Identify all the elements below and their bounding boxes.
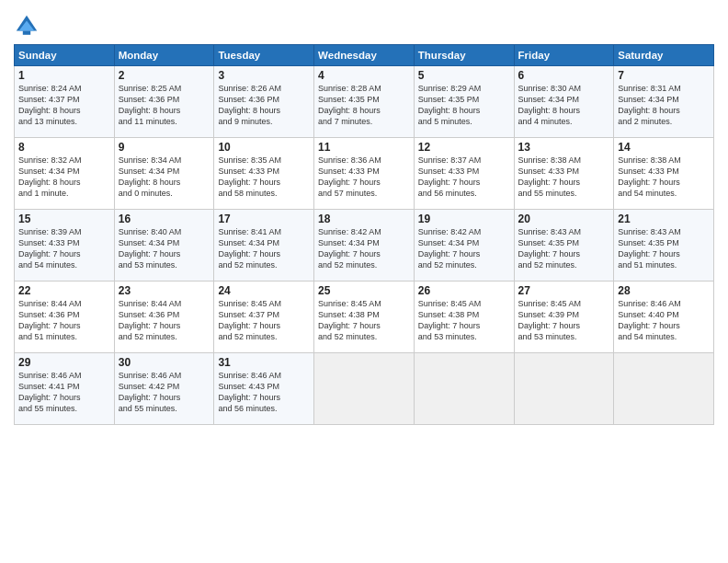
cell-info: Sunrise: 8:41 AMSunset: 4:34 PMDaylight:… (218, 226, 310, 271)
calendar-cell: 27Sunrise: 8:45 AMSunset: 4:39 PMDayligh… (514, 282, 614, 353)
day-number: 27 (518, 284, 610, 297)
column-header-wednesday: Wednesday (314, 45, 415, 66)
cell-info: Sunrise: 8:38 AMSunset: 4:33 PMDaylight:… (518, 155, 610, 200)
cell-info: Sunrise: 8:42 AMSunset: 4:34 PMDaylight:… (318, 226, 410, 271)
cell-info: Sunrise: 8:32 AMSunset: 4:34 PMDaylight:… (18, 155, 110, 200)
cell-info: Sunrise: 8:45 AMSunset: 4:38 PMDaylight:… (418, 298, 510, 343)
cell-info: Sunrise: 8:40 AMSunset: 4:34 PMDaylight:… (119, 226, 210, 271)
cell-info: Sunrise: 8:25 AMSunset: 4:36 PMDaylight:… (119, 83, 210, 128)
cell-info: Sunrise: 8:30 AMSunset: 4:34 PMDaylight:… (518, 83, 610, 128)
cell-info: Sunrise: 8:45 AMSunset: 4:39 PMDaylight:… (518, 298, 610, 343)
cell-info: Sunrise: 8:29 AMSunset: 4:35 PMDaylight:… (418, 83, 510, 128)
column-header-monday: Monday (114, 45, 214, 66)
calendar-cell: 1Sunrise: 8:24 AMSunset: 4:37 PMDaylight… (15, 66, 115, 138)
calendar-cell (614, 353, 714, 425)
day-number: 22 (18, 284, 110, 297)
week-row-2: 8Sunrise: 8:32 AMSunset: 4:34 PMDaylight… (15, 138, 714, 210)
day-number: 30 (119, 356, 210, 369)
day-number: 13 (518, 141, 610, 154)
calendar-cell: 6Sunrise: 8:30 AMSunset: 4:34 PMDaylight… (514, 66, 614, 138)
day-number: 7 (618, 69, 710, 82)
calendar-cell: 9Sunrise: 8:34 AMSunset: 4:34 PMDaylight… (114, 138, 214, 210)
cell-info: Sunrise: 8:46 AMSunset: 4:42 PMDaylight:… (119, 370, 210, 415)
week-row-3: 15Sunrise: 8:39 AMSunset: 4:33 PMDayligh… (15, 210, 714, 282)
calendar-cell: 28Sunrise: 8:46 AMSunset: 4:40 PMDayligh… (614, 282, 714, 353)
day-number: 5 (418, 69, 510, 82)
day-number: 17 (218, 213, 310, 225)
calendar-cell (514, 353, 614, 425)
cell-info: Sunrise: 8:39 AMSunset: 4:33 PMDaylight:… (18, 226, 110, 271)
cell-info: Sunrise: 8:44 AMSunset: 4:36 PMDaylight:… (119, 298, 210, 343)
day-number: 15 (18, 213, 110, 225)
cell-info: Sunrise: 8:42 AMSunset: 4:34 PMDaylight:… (418, 226, 510, 271)
week-row-1: 1Sunrise: 8:24 AMSunset: 4:37 PMDaylight… (15, 66, 714, 138)
cell-info: Sunrise: 8:46 AMSunset: 4:40 PMDaylight:… (618, 298, 710, 343)
day-number: 24 (218, 284, 310, 297)
day-number: 4 (318, 69, 410, 82)
calendar-cell: 8Sunrise: 8:32 AMSunset: 4:34 PMDaylight… (15, 138, 115, 210)
cell-info: Sunrise: 8:43 AMSunset: 4:35 PMDaylight:… (518, 226, 610, 271)
calendar-cell: 11Sunrise: 8:36 AMSunset: 4:33 PMDayligh… (314, 138, 415, 210)
calendar-cell: 4Sunrise: 8:28 AMSunset: 4:35 PMDaylight… (314, 66, 415, 138)
day-number: 18 (318, 213, 410, 225)
calendar-cell: 14Sunrise: 8:38 AMSunset: 4:33 PMDayligh… (614, 138, 714, 210)
header (14, 9, 714, 39)
column-header-saturday: Saturday (614, 45, 714, 66)
cell-info: Sunrise: 8:28 AMSunset: 4:35 PMDaylight:… (318, 83, 410, 128)
column-header-tuesday: Tuesday (214, 45, 314, 66)
calendar-cell: 30Sunrise: 8:46 AMSunset: 4:42 PMDayligh… (114, 353, 214, 425)
calendar-cell: 3Sunrise: 8:26 AMSunset: 4:36 PMDaylight… (214, 66, 314, 138)
day-number: 20 (518, 213, 610, 225)
calendar-cell: 18Sunrise: 8:42 AMSunset: 4:34 PMDayligh… (314, 210, 415, 282)
calendar-cell: 17Sunrise: 8:41 AMSunset: 4:34 PMDayligh… (214, 210, 314, 282)
week-row-4: 22Sunrise: 8:44 AMSunset: 4:36 PMDayligh… (15, 282, 714, 353)
day-number: 10 (218, 141, 310, 154)
day-number: 6 (518, 69, 610, 82)
calendar-cell: 21Sunrise: 8:43 AMSunset: 4:35 PMDayligh… (614, 210, 714, 282)
day-number: 3 (218, 69, 310, 82)
calendar-cell (414, 353, 514, 425)
cell-info: Sunrise: 8:26 AMSunset: 4:36 PMDaylight:… (218, 83, 310, 128)
day-number: 16 (119, 213, 210, 225)
cell-info: Sunrise: 8:45 AMSunset: 4:37 PMDaylight:… (218, 298, 310, 343)
calendar-cell: 23Sunrise: 8:44 AMSunset: 4:36 PMDayligh… (114, 282, 214, 353)
cell-info: Sunrise: 8:38 AMSunset: 4:33 PMDaylight:… (618, 155, 710, 200)
column-header-friday: Friday (514, 45, 614, 66)
calendar-cell: 20Sunrise: 8:43 AMSunset: 4:35 PMDayligh… (514, 210, 614, 282)
calendar-cell: 16Sunrise: 8:40 AMSunset: 4:34 PMDayligh… (114, 210, 214, 282)
week-row-5: 29Sunrise: 8:46 AMSunset: 4:41 PMDayligh… (15, 353, 714, 425)
calendar-table: SundayMondayTuesdayWednesdayThursdayFrid… (14, 44, 714, 425)
calendar-header-row: SundayMondayTuesdayWednesdayThursdayFrid… (15, 45, 714, 66)
calendar-cell: 24Sunrise: 8:45 AMSunset: 4:37 PMDayligh… (214, 282, 314, 353)
column-header-thursday: Thursday (414, 45, 514, 66)
calendar-body: 1Sunrise: 8:24 AMSunset: 4:37 PMDaylight… (15, 66, 714, 425)
day-number: 11 (318, 141, 410, 154)
cell-info: Sunrise: 8:36 AMSunset: 4:33 PMDaylight:… (318, 155, 410, 200)
day-number: 2 (119, 69, 210, 82)
day-number: 12 (418, 141, 510, 154)
logo-icon (14, 13, 40, 39)
calendar-cell: 12Sunrise: 8:37 AMSunset: 4:33 PMDayligh… (414, 138, 514, 210)
day-number: 29 (18, 356, 110, 369)
calendar-cell: 19Sunrise: 8:42 AMSunset: 4:34 PMDayligh… (414, 210, 514, 282)
calendar-cell: 15Sunrise: 8:39 AMSunset: 4:33 PMDayligh… (15, 210, 115, 282)
day-number: 25 (318, 284, 410, 297)
cell-info: Sunrise: 8:44 AMSunset: 4:36 PMDaylight:… (18, 298, 110, 343)
logo (14, 13, 41, 39)
page: SundayMondayTuesdayWednesdayThursdayFrid… (0, 0, 728, 563)
cell-info: Sunrise: 8:24 AMSunset: 4:37 PMDaylight:… (18, 83, 110, 128)
calendar-cell: 2Sunrise: 8:25 AMSunset: 4:36 PMDaylight… (114, 66, 214, 138)
day-number: 8 (18, 141, 110, 154)
cell-info: Sunrise: 8:46 AMSunset: 4:43 PMDaylight:… (218, 370, 310, 415)
cell-info: Sunrise: 8:45 AMSunset: 4:38 PMDaylight:… (318, 298, 410, 343)
svg-rect-2 (23, 31, 30, 35)
day-number: 1 (18, 69, 110, 82)
calendar-cell: 25Sunrise: 8:45 AMSunset: 4:38 PMDayligh… (314, 282, 415, 353)
calendar-cell: 13Sunrise: 8:38 AMSunset: 4:33 PMDayligh… (514, 138, 614, 210)
cell-info: Sunrise: 8:46 AMSunset: 4:41 PMDaylight:… (18, 370, 110, 415)
calendar-cell: 10Sunrise: 8:35 AMSunset: 4:33 PMDayligh… (214, 138, 314, 210)
cell-info: Sunrise: 8:37 AMSunset: 4:33 PMDaylight:… (418, 155, 510, 200)
day-number: 14 (618, 141, 710, 154)
cell-info: Sunrise: 8:34 AMSunset: 4:34 PMDaylight:… (119, 155, 210, 200)
day-number: 19 (418, 213, 510, 225)
